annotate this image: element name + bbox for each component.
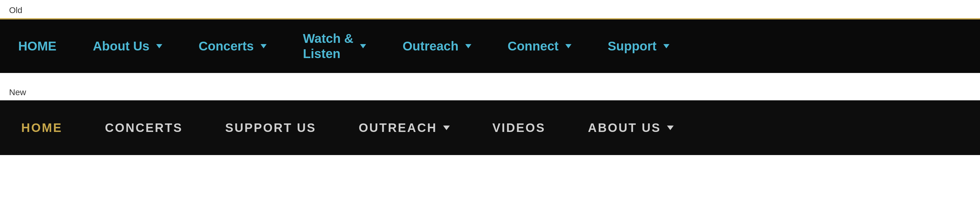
chevron-down-icon: [465, 44, 471, 48]
new-nav-label-concerts: CONCERTS: [105, 121, 183, 135]
chevron-down-icon: [663, 44, 670, 48]
new-nav-item-videos[interactable]: VIDEOS: [471, 121, 566, 135]
new-nav-item-support-us[interactable]: SUPPORT US: [204, 121, 337, 135]
new-nav-label-outreach: OUTREACH: [359, 121, 438, 135]
old-nav-label-outreach: Outreach: [402, 39, 458, 53]
chevron-down-icon: [565, 44, 571, 48]
new-nav-label-videos: VIDEOS: [492, 121, 546, 135]
old-nav-label-support: Support: [608, 39, 657, 53]
old-nav-item-watch-listen[interactable]: Watch &Listen: [285, 31, 384, 62]
new-nav-item-home[interactable]: HOME: [12, 121, 84, 135]
new-section-label: New: [0, 82, 980, 100]
new-nav-item-concerts[interactable]: CONCERTS: [84, 121, 204, 135]
new-nav-label-home: HOME: [21, 121, 62, 135]
old-nav-item-concerts[interactable]: Concerts: [180, 39, 285, 53]
new-nav-label-about-us: ABOUT US: [588, 121, 661, 135]
new-nav-label-support-us: SUPPORT US: [225, 121, 316, 135]
new-nav: HOME CONCERTS SUPPORT US OUTREACH VIDEOS…: [0, 100, 980, 155]
old-nav-label-about-us: About Us: [93, 39, 150, 53]
chevron-down-icon: [261, 44, 267, 48]
chevron-down-icon: [156, 44, 162, 48]
old-nav-label-connect: Connect: [508, 39, 559, 53]
old-nav-item-home[interactable]: HOME: [12, 39, 75, 53]
chevron-down-icon: [667, 126, 674, 130]
old-nav-label-home: HOME: [18, 39, 56, 53]
old-nav-item-outreach[interactable]: Outreach: [384, 39, 489, 53]
old-nav: HOME About Us Concerts Watch &Listen Out…: [0, 18, 980, 73]
chevron-down-icon: [360, 44, 366, 48]
old-nav-item-about-us[interactable]: About Us: [75, 39, 180, 53]
old-nav-label-concerts: Concerts: [199, 39, 254, 53]
chevron-down-icon: [443, 126, 450, 130]
new-nav-item-outreach[interactable]: OUTREACH: [337, 121, 471, 135]
new-nav-item-about-us[interactable]: ABOUT US: [566, 121, 695, 135]
old-nav-item-connect[interactable]: Connect: [490, 39, 590, 53]
old-nav-label-watch-listen: Watch &Listen: [303, 31, 353, 62]
old-nav-item-support[interactable]: Support: [590, 39, 687, 53]
old-section-label: Old: [0, 0, 980, 18]
